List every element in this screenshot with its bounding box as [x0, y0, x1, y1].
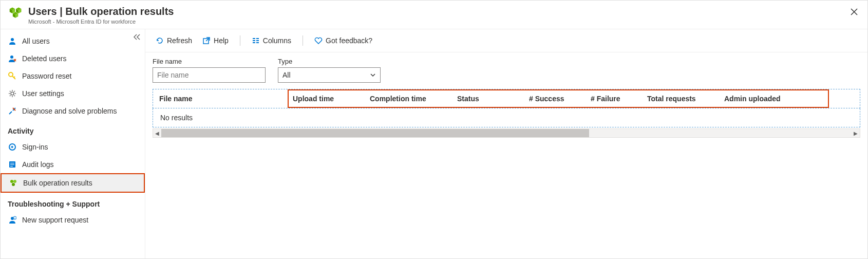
page-title: Users | Bulk operation results: [28, 6, 174, 17]
page-header: Users | Bulk operation results Microsoft…: [1, 1, 867, 29]
toolbar-separator: [303, 35, 303, 46]
svg-point-12: [11, 92, 14, 95]
bulk-icon: [9, 178, 18, 188]
col-file-name[interactable]: File name: [153, 89, 287, 108]
feedback-label: Got feedback?: [326, 36, 372, 45]
key-icon: [8, 71, 17, 81]
feedback-button[interactable]: Got feedback?: [310, 34, 376, 47]
chevron-down-icon: [370, 72, 376, 78]
sidebar-item-label: Sign-ins: [22, 143, 48, 151]
type-value: All: [282, 71, 291, 79]
sidebar-item-audit-logs[interactable]: Audit logs: [1, 156, 145, 173]
columns-label: Columns: [263, 36, 291, 45]
sidebar-item-new-support[interactable]: + New support request: [1, 211, 145, 229]
sidebar-item-label: Diagnose and solve problems: [22, 107, 117, 115]
tools-icon: [8, 106, 17, 116]
filename-label: File name: [153, 58, 266, 65]
svg-point-18: [10, 180, 13, 183]
sidebar-item-diagnose[interactable]: Diagnose and solve problems: [1, 102, 145, 120]
no-results-row: No results: [153, 108, 860, 127]
sidebar-item-label: New support request: [22, 216, 88, 224]
svg-rect-15: [10, 163, 14, 163]
sidebar-item-bulk-results[interactable]: Bulk operation results: [1, 173, 145, 193]
table-header-row: File name Upload time Completion time St…: [153, 89, 860, 108]
sidebar-item-label: Audit logs: [22, 160, 53, 169]
sidebar-item-password-reset[interactable]: Password reset: [1, 67, 145, 85]
close-icon: [851, 8, 858, 15]
support-icon: +: [8, 215, 17, 225]
sidebar-item-label: Bulk operation results: [23, 179, 92, 187]
results-table: File name Upload time Completion time St…: [145, 89, 867, 127]
svg-rect-17: [10, 166, 13, 166]
log-icon: [8, 160, 17, 169]
sidebar-item-signins[interactable]: Sign-ins: [1, 138, 145, 156]
col-admin-uploaded[interactable]: Admin uploaded: [718, 89, 800, 108]
svg-point-10: [10, 55, 13, 59]
svg-text:+: +: [14, 216, 16, 219]
col-total-requests[interactable]: Total requests: [641, 89, 718, 108]
scroll-thumb[interactable]: [161, 129, 589, 137]
toolbar-separator: [240, 35, 240, 46]
refresh-label: Refresh: [167, 36, 192, 45]
filter-filename: File name: [153, 58, 266, 83]
svg-point-19: [13, 180, 16, 183]
columns-icon: [252, 36, 260, 45]
svg-point-9: [11, 38, 14, 41]
col-upload-time[interactable]: Upload time: [287, 89, 364, 108]
refresh-button[interactable]: Refresh: [152, 34, 196, 47]
scroll-right-arrow[interactable]: ▶: [852, 131, 860, 136]
sidebar-item-label: Deleted users: [22, 54, 66, 63]
sidebar-item-label: All users: [22, 37, 50, 45]
sidebar-item-deleted-users[interactable]: Deleted users: [1, 50, 145, 67]
sidebar-item-label: User settings: [22, 89, 64, 98]
help-button[interactable]: Help: [198, 34, 233, 47]
help-label: Help: [214, 36, 229, 45]
filter-bar: File name Type All: [145, 52, 867, 89]
col-success[interactable]: # Success: [523, 89, 584, 108]
sidebar-item-all-users[interactable]: All users: [1, 32, 145, 50]
refresh-icon: [156, 36, 164, 45]
svg-rect-16: [10, 164, 14, 165]
main-content: Refresh Help Columns Got feedback? File …: [145, 29, 867, 259]
sidebar-item-label: Password reset: [22, 72, 71, 80]
col-failure[interactable]: # Failure: [584, 89, 641, 108]
heart-icon: [314, 36, 323, 45]
sidebar-collapse-button[interactable]: [134, 33, 141, 42]
user-x-icon: [8, 54, 17, 63]
scroll-track[interactable]: [161, 129, 852, 137]
chevron-double-left-icon: [134, 34, 141, 40]
columns-button[interactable]: Columns: [248, 34, 295, 47]
toolbar: Refresh Help Columns Got feedback?: [145, 29, 867, 52]
col-status[interactable]: Status: [451, 89, 523, 108]
horizontal-scrollbar[interactable]: ◀ ▶: [153, 128, 860, 138]
filename-input[interactable]: [153, 67, 266, 83]
signin-icon: [8, 142, 17, 152]
svg-point-11: [9, 72, 13, 77]
cubes-logo-icon: [9, 6, 23, 20]
scroll-left-arrow[interactable]: ◀: [153, 131, 161, 136]
sidebar-item-user-settings[interactable]: User settings: [1, 85, 145, 102]
sidebar-section-troubleshoot: Troubleshooting + Support: [1, 193, 145, 211]
page-subtitle: Microsoft - Microsoft Entra ID for workf…: [28, 18, 174, 25]
sidebar-section-activity: Activity: [1, 120, 145, 138]
external-link-icon: [202, 36, 211, 45]
sidebar: All users Deleted users Password reset U…: [1, 29, 145, 259]
svg-point-20: [12, 183, 15, 186]
type-select[interactable]: All: [278, 67, 381, 83]
type-label: Type: [278, 58, 381, 65]
user-icon: [8, 36, 17, 46]
close-button[interactable]: [848, 6, 860, 18]
col-completion-time[interactable]: Completion time: [364, 89, 451, 108]
filter-type: Type All: [278, 58, 381, 83]
gear-icon: [8, 89, 17, 98]
